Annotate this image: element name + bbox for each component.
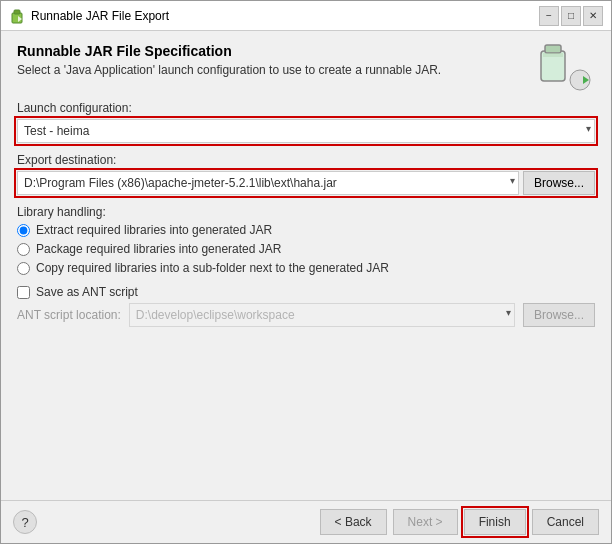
radio-extract[interactable]: Extract required libraries into generate… bbox=[17, 223, 595, 237]
main-window: Runnable JAR File Export − □ ✕ Runnable … bbox=[0, 0, 612, 544]
export-dest-browse-button[interactable]: Browse... bbox=[523, 171, 595, 195]
page-header: Runnable JAR File Specification Select a… bbox=[17, 43, 595, 91]
page-header-text: Runnable JAR File Specification Select a… bbox=[17, 43, 441, 77]
svg-rect-5 bbox=[543, 53, 563, 57]
title-bar: Runnable JAR File Export − □ ✕ bbox=[1, 1, 611, 31]
window-title: Runnable JAR File Export bbox=[31, 9, 169, 23]
footer: ? < Back Next > Finish Cancel bbox=[1, 500, 611, 543]
ant-script-section: Save as ANT script ANT script location: … bbox=[17, 285, 595, 327]
radio-copy-input[interactable] bbox=[17, 262, 30, 275]
export-dest-row: D:\Program Files (x86)\apache-jmeter-5.2… bbox=[17, 171, 595, 195]
arrow-export-icon bbox=[569, 69, 591, 91]
ant-checkbox-label: Save as ANT script bbox=[36, 285, 138, 299]
ant-location-select-wrapper: D:\develop\eclipse\workspace bbox=[129, 303, 515, 327]
launch-config-label: Launch configuration: bbox=[17, 101, 595, 117]
ant-location-row: ANT script location: D:\develop\eclipse\… bbox=[17, 303, 595, 327]
finish-button[interactable]: Finish bbox=[464, 509, 526, 535]
page-heading: Runnable JAR File Specification bbox=[17, 43, 441, 59]
jar-header-icon bbox=[535, 43, 571, 87]
ant-location-select: D:\develop\eclipse\workspace bbox=[129, 303, 515, 327]
ant-checkbox-row[interactable]: Save as ANT script bbox=[17, 285, 595, 299]
radio-copy-label: Copy required libraries into a sub-folde… bbox=[36, 261, 389, 275]
content-area: Runnable JAR File Specification Select a… bbox=[1, 31, 611, 500]
export-dest-group: Export destination: D:\Program Files (x8… bbox=[17, 153, 595, 195]
help-button[interactable]: ? bbox=[13, 510, 37, 534]
export-dest-input-wrapper: D:\Program Files (x86)\apache-jmeter-5.2… bbox=[17, 171, 519, 195]
radio-extract-label: Extract required libraries into generate… bbox=[36, 223, 272, 237]
launch-config-select[interactable]: Test - heima bbox=[17, 119, 595, 143]
svg-rect-4 bbox=[545, 45, 561, 53]
page-description: Select a 'Java Application' launch confi… bbox=[17, 63, 441, 77]
maximize-button[interactable]: □ bbox=[561, 6, 581, 26]
ant-location-label: ANT script location: bbox=[17, 308, 121, 322]
footer-right: < Back Next > Finish Cancel bbox=[320, 509, 599, 535]
minimize-button[interactable]: − bbox=[539, 6, 559, 26]
export-dest-select[interactable]: D:\Program Files (x86)\apache-jmeter-5.2… bbox=[17, 171, 519, 195]
radio-copy[interactable]: Copy required libraries into a sub-folde… bbox=[17, 261, 595, 275]
content-spacer bbox=[17, 337, 595, 488]
library-handling-group: Library handling: Extract required libra… bbox=[17, 205, 595, 275]
footer-left: ? bbox=[13, 510, 37, 534]
title-bar-controls: − □ ✕ bbox=[539, 6, 603, 26]
ant-checkbox[interactable] bbox=[17, 286, 30, 299]
ant-browse-button: Browse... bbox=[523, 303, 595, 327]
radio-package-label: Package required libraries into generate… bbox=[36, 242, 281, 256]
launch-config-select-wrapper: Test - heima bbox=[17, 119, 595, 143]
export-dest-label: Export destination: bbox=[17, 153, 595, 169]
next-button[interactable]: Next > bbox=[393, 509, 458, 535]
cancel-button[interactable]: Cancel bbox=[532, 509, 599, 535]
jar-title-icon bbox=[9, 8, 25, 24]
header-icon-area bbox=[535, 43, 591, 91]
radio-package-input[interactable] bbox=[17, 243, 30, 256]
title-bar-left: Runnable JAR File Export bbox=[9, 8, 169, 24]
radio-extract-input[interactable] bbox=[17, 224, 30, 237]
launch-config-group: Launch configuration: Test - heima bbox=[17, 101, 595, 143]
back-button[interactable]: < Back bbox=[320, 509, 387, 535]
radio-package[interactable]: Package required libraries into generate… bbox=[17, 242, 595, 256]
library-handling-radio-group: Extract required libraries into generate… bbox=[17, 223, 595, 275]
library-handling-label: Library handling: bbox=[17, 205, 595, 221]
close-button[interactable]: ✕ bbox=[583, 6, 603, 26]
svg-rect-1 bbox=[14, 10, 20, 14]
